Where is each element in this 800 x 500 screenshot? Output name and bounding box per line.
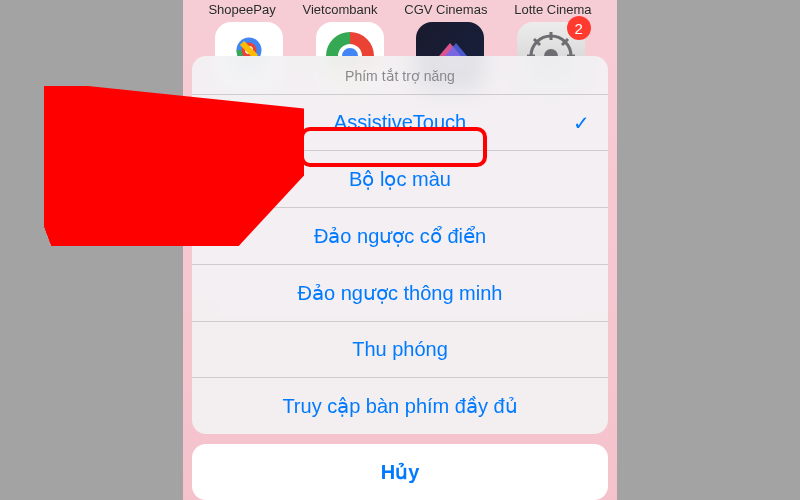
sheet-item-invert-smart[interactable]: Đảo ngược thông minh	[192, 265, 608, 322]
sheet-item-label: Đảo ngược thông minh	[298, 282, 503, 304]
sheet-item-label: AssistiveTouch	[334, 111, 466, 133]
sheet-item-color-filter[interactable]: Bộ lọc màu	[192, 151, 608, 208]
sheet-item-label: Thu phóng	[352, 338, 448, 360]
sheet-item-full-keyboard[interactable]: Truy cập bàn phím đầy đủ	[192, 378, 608, 434]
app-label: CGV Cinemas	[404, 2, 487, 17]
sheet-options-group: Phím tắt trợ năng AssistiveTouch ✓ Bộ lọ…	[192, 56, 608, 434]
app-label-row: ShopeePay Vietcombank CGV Cinemas Lotte …	[183, 2, 617, 17]
cancel-label: Hủy	[381, 461, 420, 483]
app-label: Vietcombank	[303, 2, 378, 17]
cancel-button[interactable]: Hủy	[192, 444, 608, 500]
sheet-item-label: Truy cập bàn phím đầy đủ	[282, 395, 517, 417]
checkmark-icon: ✓	[573, 111, 590, 135]
sheet-item-label: Đảo ngược cổ điển	[314, 225, 486, 247]
sheet-title: Phím tắt trợ năng	[192, 56, 608, 95]
sheet-item-assistivetouch[interactable]: AssistiveTouch ✓	[192, 95, 608, 151]
sheet-item-zoom[interactable]: Thu phóng	[192, 322, 608, 378]
app-label: ShopeePay	[208, 2, 275, 17]
action-sheet: Phím tắt trợ năng AssistiveTouch ✓ Bộ lọ…	[192, 56, 608, 500]
app-label: Lotte Cinema	[514, 2, 591, 17]
phone-screen: ShopeePay Vietcombank CGV Cinemas Lotte …	[183, 0, 617, 500]
sheet-item-label: Bộ lọc màu	[349, 168, 451, 190]
notification-badge: 2	[567, 16, 591, 40]
sheet-item-invert-classic[interactable]: Đảo ngược cổ điển	[192, 208, 608, 265]
